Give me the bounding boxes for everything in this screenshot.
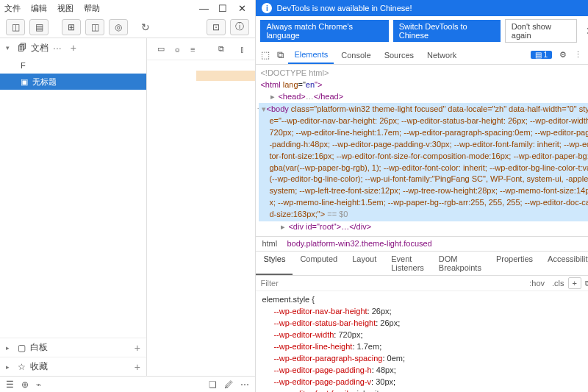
sidebar: ▾ 🗐 文档 ··· + F ▣ 无标题 ▸ ▢ 白板 +: [0, 38, 147, 376]
status-icon[interactable]: ☰: [6, 379, 14, 390]
subtab-dombp[interactable]: DOM Breakpoints: [431, 252, 489, 275]
doc-highlight: [196, 71, 255, 81]
app-pane: 文件 编辑 视图 帮助 — ☐ ✕ ◫ ▤ ⊞ ◫ ◎ ↻ ⊡ ⓘ ▾ 🗐 文档: [0, 0, 256, 392]
maximize-button[interactable]: ☐: [214, 1, 232, 15]
status-icon[interactable]: ⌁: [36, 379, 41, 390]
subtab-computed[interactable]: Computed: [293, 252, 345, 275]
toolbar-layout-icon[interactable]: ◫: [6, 19, 25, 35]
sidebar-docs-label: 文档: [31, 42, 49, 54]
more-icon[interactable]: ⋮: [574, 50, 582, 60]
style-prop[interactable]: --wp-editor-page-padding-v: 30px;: [262, 377, 588, 388]
rule-selector: element.style {: [262, 294, 588, 306]
menubar: 文件 编辑 视图 帮助 — ☐ ✕: [0, 0, 255, 16]
toolbar: ◫ ▤ ⊞ ◫ ◎ ↻ ⊡ ⓘ: [0, 16, 255, 38]
window-controls: — ☐ ✕: [195, 1, 251, 15]
sidebar-fav-header[interactable]: ▸ ☆ 收藏 +: [0, 357, 146, 376]
doc-body[interactable]: [147, 60, 255, 376]
editor-area: ▭ ⌾ ≡ ⧉ ⫿: [147, 38, 255, 376]
banner-switch-button[interactable]: Switch DevTools to Chinese: [393, 20, 501, 42]
toolbar-target-icon[interactable]: ◎: [109, 19, 128, 35]
panel-icon[interactable]: ⧉: [581, 278, 588, 289]
style-prop[interactable]: --wp-editor-font-family: inherit;: [262, 388, 588, 392]
style-prop[interactable]: --wp-editor-nav-bar-height: 26px;: [262, 306, 588, 318]
cls-toggle[interactable]: .cls: [548, 278, 568, 288]
device-icon[interactable]: ⧉: [273, 49, 287, 61]
toolbar-info-icon[interactable]: ⓘ: [230, 19, 249, 35]
close-button[interactable]: ✕: [233, 1, 251, 15]
banner-match-button[interactable]: Always match Chrome's language: [260, 20, 388, 42]
inspect-icon[interactable]: ⬚: [259, 49, 272, 60]
style-prop[interactable]: --wp-editor-paragraph-spacing: 0em;: [262, 353, 588, 365]
gear-icon[interactable]: ⚙: [559, 50, 567, 60]
devtools-pane: i DevTools is now available in Chinese! …: [256, 0, 588, 392]
tab-sources[interactable]: Sources: [379, 46, 420, 64]
devtools-banner: i DevTools is now available in Chinese!: [256, 0, 588, 16]
menu-help[interactable]: 帮助: [84, 3, 100, 14]
doc-tb-icon[interactable]: ⌾: [175, 45, 180, 54]
style-prop[interactable]: --wp-editor-line-height: 1.7em;: [262, 341, 588, 353]
sidebar-item-untitled[interactable]: ▣ 无标题: [0, 74, 146, 90]
star-icon: ☆: [18, 362, 26, 372]
statusbar: ☰ ⊕ ⌁ ❏ 🖉 ⋯: [0, 376, 255, 392]
sidebar-item-f[interactable]: F: [0, 57, 146, 74]
hov-toggle[interactable]: :hov: [526, 278, 548, 288]
tab-console[interactable]: Console: [335, 46, 376, 64]
toolbar-grid-icon[interactable]: ⊞: [62, 19, 81, 35]
more-icon[interactable]: ···: [53, 42, 62, 54]
doc-tb-icon[interactable]: ⧉: [218, 44, 224, 54]
devtools-tabs: ⬚ ⧉ Elements Console Sources Network ▤ 1…: [256, 46, 588, 65]
subtab-layout[interactable]: Layout: [345, 252, 384, 275]
banner-text: DevTools is now available in Chinese!: [276, 4, 412, 13]
breadcrumb[interactable]: html body.platform-win32.theme-light.foc…: [256, 236, 588, 252]
doc-icon: ▣: [21, 77, 28, 87]
status-icon[interactable]: ⋯: [240, 379, 249, 390]
subtab-listeners[interactable]: Event Listeners: [384, 252, 431, 275]
add-fav-button[interactable]: +: [135, 361, 140, 373]
issues-badge[interactable]: ▤ 1: [531, 51, 552, 59]
menu-edit[interactable]: 编辑: [31, 3, 47, 14]
docs-icon: 🗐: [18, 43, 26, 53]
tab-elements[interactable]: Elements: [288, 46, 334, 64]
subtab-a11y[interactable]: Accessibility: [540, 252, 588, 275]
info-icon: i: [262, 3, 272, 13]
menu-file[interactable]: 文件: [4, 3, 21, 14]
toolbar-list-icon[interactable]: ▤: [29, 19, 49, 35]
caret-down-icon: ▾: [6, 44, 13, 51]
menu-view[interactable]: 视图: [57, 3, 74, 14]
doc-tb-icon[interactable]: ≡: [190, 45, 195, 54]
style-prop[interactable]: --wp-editor-width: 720px;: [262, 329, 588, 341]
board-icon: ▢: [18, 343, 26, 353]
styles-tabs: Styles Computed Layout Event Listeners D…: [256, 252, 588, 276]
toolbar-refresh-icon[interactable]: ↻: [141, 21, 150, 33]
status-icon[interactable]: ❏: [209, 379, 217, 390]
dom-body-node[interactable]: ⋯ ▾<body class="platform-win32 theme-lig…: [259, 103, 588, 221]
subtab-props[interactable]: Properties: [489, 252, 540, 275]
style-prop[interactable]: --wp-editor-status-bar-height: 26px;: [262, 318, 588, 329]
tab-network[interactable]: Network: [421, 46, 462, 64]
sidebar-fav-label: 收藏: [30, 360, 48, 373]
dom-tree[interactable]: <!DOCTYPE html> <html lang="en"> ▸<head>…: [256, 65, 588, 236]
add-rule-button[interactable]: +: [568, 277, 581, 289]
add-board-button[interactable]: +: [135, 342, 140, 354]
toolbar-panel-icon[interactable]: ◫: [85, 19, 104, 35]
minimize-button[interactable]: —: [195, 1, 212, 15]
status-icon[interactable]: 🖉: [224, 379, 233, 390]
sidebar-item-label: 无标题: [32, 76, 57, 88]
banner-actions: Always match Chrome's language Switch De…: [256, 16, 588, 46]
styles-panel[interactable]: element.style { --wp-editor-nav-bar-heig…: [256, 291, 588, 392]
doc-tb-icon[interactable]: ⫿: [240, 45, 245, 54]
banner-dismiss-button[interactable]: Don't show again: [505, 19, 577, 43]
main-split: ▾ 🗐 文档 ··· + F ▣ 无标题 ▸ ▢ 白板 +: [0, 38, 255, 376]
style-prop[interactable]: --wp-editor-page-padding-h: 48px;: [262, 365, 588, 377]
filter-input[interactable]: Filter: [260, 279, 526, 288]
add-doc-button[interactable]: +: [71, 42, 76, 54]
toolbar-window-icon[interactable]: ⊡: [207, 19, 226, 35]
doc-toolbar: ▭ ⌾ ≡ ⧉ ⫿: [147, 38, 255, 60]
status-icon[interactable]: ⊕: [21, 379, 29, 390]
sidebar-docs-header[interactable]: ▾ 🗐 文档 ··· +: [0, 38, 146, 57]
filter-row: Filter :hov .cls + ⧉: [256, 276, 588, 291]
doc-tb-icon[interactable]: ▭: [157, 44, 165, 54]
sidebar-board-header[interactable]: ▸ ▢ 白板 +: [0, 338, 146, 357]
caret-right-icon: ▸: [6, 363, 13, 371]
subtab-styles[interactable]: Styles: [256, 252, 293, 275]
